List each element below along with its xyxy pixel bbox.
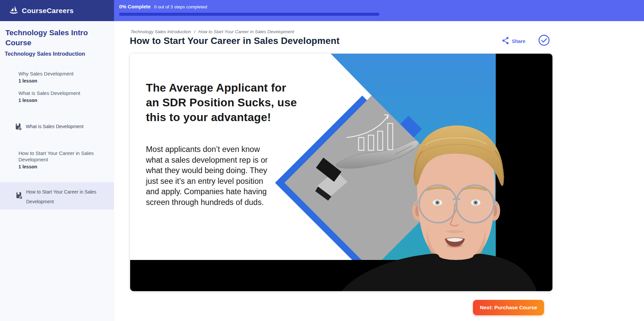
lesson-count: 1 lesson <box>0 78 114 84</box>
sidebar-lesson-how-to-start-career-active[interactable]: How to Start Your Career in Sales Develo… <box>0 182 114 210</box>
group-title[interactable]: How to Start Your Career in Sales Develo… <box>0 150 114 163</box>
course-section-title: Technology Sales Introduction <box>5 51 85 57</box>
slide-heading: The Average Applicant for an SDR Positio… <box>146 81 297 125</box>
course-player-page: CourseCareers 0% Complete 0 out of 3 ste… <box>0 0 644 321</box>
sidebar-group-how-to-start-career[interactable]: How to Start Your Career in Sales Develo… <box>0 150 114 169</box>
page-title: How to Start Your Career in Sales Develo… <box>130 36 339 46</box>
share-icon <box>502 37 509 46</box>
breadcrumb: Technology Sales Introduction / How to S… <box>130 29 294 34</box>
progress-bar-area: 0% Complete 0 out of 3 steps completed <box>114 0 644 21</box>
sidebar-group-why-sales-development[interactable]: Why Sales Development 1 lesson <box>0 70 114 84</box>
share-button[interactable]: Share <box>502 37 525 46</box>
group-title[interactable]: What is Sales Development <box>0 90 114 96</box>
progress-sublabel: 0 out of 3 steps completed <box>154 4 207 9</box>
main-content: Technology Sales Introduction / How to S… <box>114 21 644 321</box>
lesson-label[interactable]: How to Start Your Career in Sales Develo… <box>26 187 107 207</box>
lesson-label[interactable]: What is Sales Development <box>26 124 84 129</box>
sidebar-group-what-is-sales-development[interactable]: What is Sales Development 1 lesson <box>0 90 114 103</box>
progress-label: 0% Complete <box>119 4 151 9</box>
logo-text: CourseCareers <box>22 7 73 15</box>
breadcrumb-separator: / <box>194 29 195 34</box>
breadcrumb-lesson: How to Start Your Career in Sales Develo… <box>198 29 294 34</box>
lesson-count: 1 lesson <box>0 164 114 169</box>
sailboat-icon <box>9 5 19 16</box>
video-lesson-icon <box>15 123 22 132</box>
video-lesson-icon <box>16 192 23 201</box>
logo[interactable]: CourseCareers <box>0 0 114 21</box>
video-right-black-bar <box>496 54 552 291</box>
progress-track <box>119 13 379 16</box>
course-sidebar: Technology Sales Intro Course Technology… <box>0 21 114 321</box>
group-title[interactable]: Why Sales Development <box>0 70 114 77</box>
sidebar-lesson-what-is-sales-development[interactable]: What is Sales Development <box>0 121 114 133</box>
lesson-count: 1 lesson <box>0 98 114 103</box>
breadcrumb-course[interactable]: Technology Sales Introduction <box>130 29 191 34</box>
share-label: Share <box>512 39 525 44</box>
slide-body-text: Most applicants don’t even know what a s… <box>146 144 268 208</box>
top-header: CourseCareers 0% Complete 0 out of 3 ste… <box>0 0 644 21</box>
next-purchase-course-button[interactable]: Next: Purchase Course <box>473 300 544 315</box>
mark-complete-check-icon[interactable] <box>538 34 550 48</box>
course-title: Technology Sales Intro Course <box>5 28 103 48</box>
video-player[interactable]: The Average Applicant for an SDR Positio… <box>130 54 552 291</box>
